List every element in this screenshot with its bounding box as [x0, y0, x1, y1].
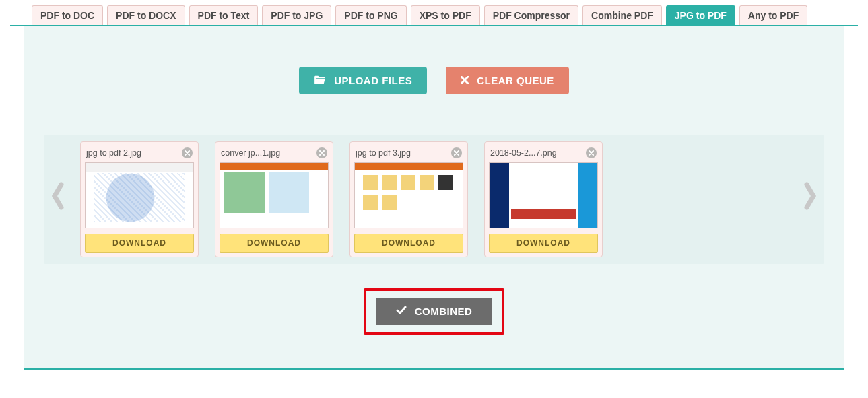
- clear-queue-button[interactable]: CLEAR QUEUE: [446, 67, 569, 94]
- close-icon: [461, 75, 469, 86]
- file-thumbnail: [220, 162, 329, 228]
- file-name: 2018-05-2...7.png: [490, 148, 557, 158]
- folder-open-icon: [314, 75, 326, 86]
- remove-file-button[interactable]: [316, 147, 327, 158]
- combined-button[interactable]: COMBINED: [376, 298, 493, 325]
- tab-pdf-to-jpg[interactable]: PDF to JPG: [262, 5, 331, 25]
- check-icon: [396, 306, 407, 317]
- highlight-annotation: COMBINED: [364, 288, 505, 335]
- carousel-prev-button[interactable]: [51, 182, 64, 217]
- tab-pdf-to-text[interactable]: PDF to Text: [189, 5, 259, 25]
- file-card: jpg to pdf 2.jpgDOWNLOAD: [80, 141, 199, 257]
- tab-any-to-pdf[interactable]: Any to PDF: [739, 5, 807, 25]
- remove-file-button[interactable]: [586, 147, 597, 158]
- download-button[interactable]: DOWNLOAD: [220, 234, 329, 253]
- remove-file-button[interactable]: [451, 147, 462, 158]
- tab-pdf-to-doc[interactable]: PDF to DOC: [32, 5, 103, 25]
- file-thumbnail: [489, 162, 598, 228]
- upload-files-label: UPLOAD FILES: [334, 75, 412, 86]
- file-name: jpg to pdf 3.jpg: [356, 148, 411, 158]
- main-panel: UPLOAD FILES CLEAR QUEUE jpg to pdf 2.jp…: [24, 26, 844, 370]
- file-thumbnail: [354, 162, 463, 228]
- tab-jpg-to-pdf[interactable]: JPG to PDF: [666, 5, 735, 25]
- file-card-header: jpg to pdf 3.jpg: [354, 146, 463, 162]
- file-queue: jpg to pdf 2.jpgDOWNLOADconver jp...1.jp…: [44, 135, 824, 264]
- action-row: UPLOAD FILES CLEAR QUEUE: [44, 67, 824, 94]
- tab-pdf-compressor[interactable]: PDF Compressor: [484, 5, 578, 25]
- clear-queue-label: CLEAR QUEUE: [477, 75, 554, 86]
- upload-files-button[interactable]: UPLOAD FILES: [299, 67, 427, 94]
- download-button[interactable]: DOWNLOAD: [354, 234, 463, 253]
- file-name: jpg to pdf 2.jpg: [86, 148, 141, 158]
- combined-row: COMBINED: [44, 288, 824, 335]
- conversion-tabs: PDF to DOCPDF to DOCXPDF to TextPDF to J…: [10, 0, 858, 26]
- file-card: 2018-05-2...7.pngDOWNLOAD: [484, 141, 603, 257]
- carousel-next-button[interactable]: [804, 182, 817, 217]
- file-card: jpg to pdf 3.jpgDOWNLOAD: [349, 141, 468, 257]
- file-card-header: 2018-05-2...7.png: [489, 146, 598, 162]
- download-button[interactable]: DOWNLOAD: [85, 234, 194, 253]
- tab-pdf-to-png[interactable]: PDF to PNG: [335, 5, 406, 25]
- combined-label: COMBINED: [415, 306, 473, 317]
- download-button[interactable]: DOWNLOAD: [489, 234, 598, 253]
- file-name: conver jp...1.jpg: [221, 148, 280, 158]
- tab-pdf-to-docx[interactable]: PDF to DOCX: [107, 5, 185, 25]
- tab-combine-pdf[interactable]: Combine PDF: [582, 5, 662, 25]
- file-card: conver jp...1.jpgDOWNLOAD: [215, 141, 333, 257]
- tab-xps-to-pdf[interactable]: XPS to PDF: [411, 5, 480, 25]
- file-card-header: jpg to pdf 2.jpg: [85, 146, 194, 162]
- remove-file-button[interactable]: [182, 147, 193, 158]
- file-thumbnail: [85, 162, 194, 228]
- file-card-header: conver jp...1.jpg: [220, 146, 329, 162]
